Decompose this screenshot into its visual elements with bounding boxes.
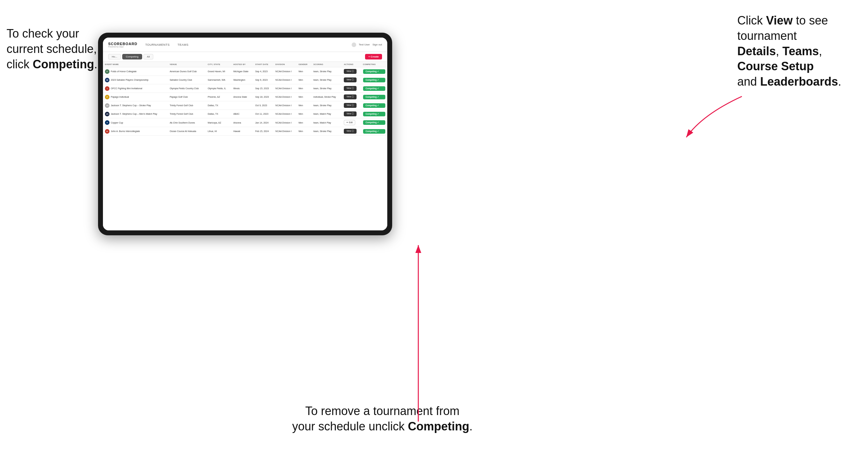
view-button[interactable]: View ⓘ	[344, 86, 356, 91]
scoring-cell: team, Stroke Play	[311, 84, 342, 93]
competing-cell: Competing ✓	[361, 127, 387, 136]
annotation-b1: To remove a tournament from	[305, 404, 460, 418]
venue-cell: American Dunes Golf Club	[168, 67, 206, 76]
nav-link-teams[interactable]: TEAMS	[176, 42, 190, 47]
hosted-cell: Illinois	[231, 84, 253, 93]
competing-badge[interactable]: Competing ✓	[363, 95, 385, 99]
start-date-cell: Oct 11, 2023	[253, 110, 274, 118]
table-row: JS Jackson T. Stephens Cup – Stroke Play…	[103, 101, 387, 110]
competing-cell: Competing ✓	[361, 101, 387, 110]
view-button[interactable]: View ⓘ	[344, 129, 356, 134]
annotation-top-left: To check your current schedule, click Co…	[6, 26, 111, 72]
start-date-cell: Feb 15, 2024	[253, 127, 274, 136]
annotation-b-bold: Competing	[408, 419, 469, 433]
annotation-end: .	[94, 58, 97, 71]
team-logo: W	[105, 78, 110, 82]
col-hosted: HOSTED BY	[231, 62, 253, 67]
signout-link[interactable]: Sign out	[373, 43, 382, 46]
tab-competing[interactable]: Competing	[122, 54, 142, 60]
scoring-cell: team, Stroke Play	[311, 67, 342, 76]
tablet-frame: SCOREBOARD Powered by clippi TOURNAMENTS…	[98, 33, 392, 235]
event-name-cell: W 2023 Sahalee Players Championship	[103, 76, 168, 84]
competing-badge[interactable]: Competing ✓	[363, 103, 385, 108]
start-date-cell: Oct 9, 2023	[253, 101, 274, 110]
event-name: Papago Individual	[111, 96, 129, 98]
logo-title: SCOREBOARD	[108, 42, 137, 46]
venue-cell: Trinity Forest Golf Club	[168, 110, 206, 118]
annotation-tr-4: and	[737, 75, 760, 88]
annotation-tr-b1: View	[766, 14, 793, 27]
tab-home[interactable]: Ho...	[108, 54, 121, 60]
actions-cell: View ⓘ	[342, 127, 361, 136]
user-icon	[352, 42, 356, 47]
competing-badge[interactable]: Competing ✓	[363, 69, 385, 74]
annotation-tr-c2: ,	[819, 44, 822, 58]
competing-badge[interactable]: Competing ✓	[363, 86, 385, 91]
annotation-bold: Competing	[33, 58, 94, 71]
table-row: F Folds of Honor Collegiate American Dun…	[103, 67, 387, 76]
user-name: Test User	[359, 43, 370, 46]
col-division: DIVISION	[274, 62, 297, 67]
gender-cell: Men	[297, 127, 311, 136]
event-name-cell: I OFCC Fighting Illini Invitational	[103, 84, 168, 93]
event-name-cell: F Folds of Honor Collegiate	[103, 67, 168, 76]
venue-cell: Sahalee Country Club	[168, 76, 206, 84]
annotation-line1: To check your	[6, 27, 79, 40]
competing-badge[interactable]: Competing ✓	[363, 120, 385, 125]
hosted-cell: Arizona State	[231, 93, 253, 101]
actions-cell: View ⓘ	[342, 101, 361, 110]
nav-link-tournaments[interactable]: TOURNAMENTS	[144, 42, 171, 47]
scoring-cell: team, Match Play	[311, 118, 342, 127]
annotation-tr-b2: Details	[737, 44, 776, 58]
team-logo: P	[105, 95, 110, 99]
annotation-top-right: Click View to see tournament Details, Te…	[737, 13, 862, 90]
start-date-cell: Sep 15, 2023	[253, 84, 274, 93]
annotation-tr-b4: Course Setup	[737, 60, 814, 73]
city-cell: Phoenix, AZ	[206, 93, 231, 101]
view-button[interactable]: View ⓘ	[344, 112, 356, 116]
table-container: EVENT NAME VENUE CITY, STATE HOSTED BY S…	[103, 62, 387, 230]
view-button[interactable]: View ⓘ	[344, 77, 356, 82]
competing-cell: Competing ✓	[361, 110, 387, 118]
actions-cell: View ⓘ	[342, 93, 361, 101]
venue-cell: Papago Golf Club	[168, 93, 206, 101]
view-button[interactable]: View ⓘ	[344, 69, 356, 74]
view-button[interactable]: View ⓘ	[344, 103, 356, 108]
col-competing: COMPETING	[361, 62, 387, 67]
event-name: 2023 Sahalee Players Championship	[111, 79, 148, 81]
division-cell: NCAA Division I	[274, 127, 297, 136]
city-cell: Sammamish, WA	[206, 76, 231, 84]
scoring-cell: individual, Stroke Play	[311, 93, 342, 101]
col-start: START DATE	[253, 62, 274, 67]
team-logo: JS	[105, 112, 110, 116]
competing-badge[interactable]: Competing ✓	[363, 112, 385, 116]
annotation-tr-c1: ,	[776, 44, 782, 58]
logo-sub: Powered by clippi	[108, 46, 137, 48]
competing-badge[interactable]: Competing ✓	[363, 129, 385, 134]
create-button[interactable]: + Create	[365, 54, 382, 60]
competing-badge[interactable]: Competing ✓	[363, 78, 385, 82]
team-logo: H	[105, 129, 110, 134]
actions-cell: ✏ Edit	[342, 118, 361, 127]
hosted-cell: Washington	[231, 76, 253, 84]
col-scoring: SCORING	[311, 62, 342, 67]
col-actions: ACTIONS	[342, 62, 361, 67]
table-row: H John A. Burns Intercollegiate Ocean Co…	[103, 127, 387, 136]
tablet-screen: SCOREBOARD Powered by clippi TOURNAMENTS…	[103, 38, 387, 230]
event-name-cell: P Papago Individual	[103, 93, 168, 101]
actions-cell: View ⓘ	[342, 84, 361, 93]
gender-cell: Men	[297, 118, 311, 127]
tab-all[interactable]: All	[144, 54, 154, 60]
team-logo: A	[105, 120, 110, 125]
event-name-cell: JS Jackson T. Stephens Cup – Men's Match…	[103, 110, 168, 118]
event-name-cell: A Copper Cup	[103, 118, 168, 127]
actions-cell: View ⓘ	[342, 110, 361, 118]
event-name: Folds of Honor Collegiate	[111, 70, 136, 72]
division-cell: NCAA Division I	[274, 67, 297, 76]
col-event-name: EVENT NAME	[103, 62, 168, 67]
annotation-line3: click	[6, 58, 33, 71]
view-button[interactable]: View ⓘ	[344, 94, 356, 99]
edit-button[interactable]: ✏ Edit	[344, 120, 355, 125]
filter-tabs: Ho... Competing All	[108, 54, 153, 60]
nav-bar: SCOREBOARD Powered by clippi TOURNAMENTS…	[103, 38, 387, 52]
